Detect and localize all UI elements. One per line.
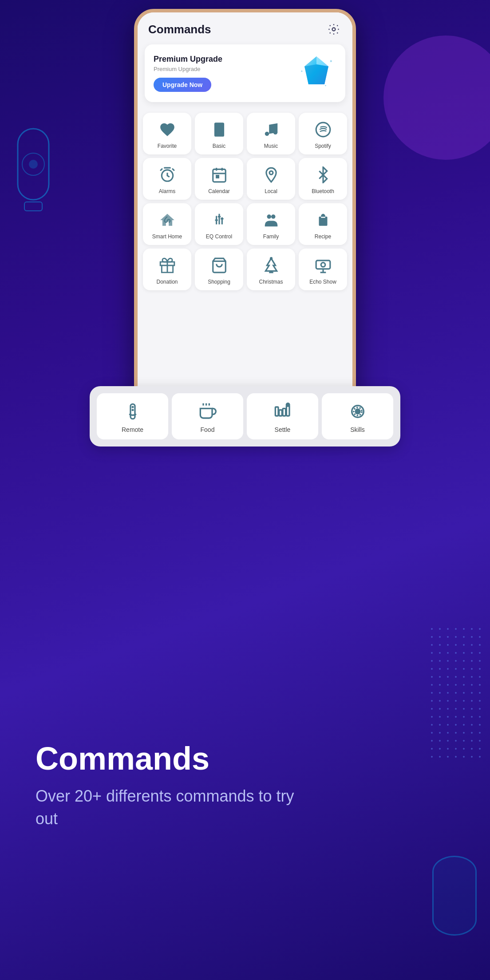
svg-point-34 [270, 258, 272, 259]
svg-point-30 [271, 214, 276, 219]
diamond-icon: ✦ ✦ ✦ [296, 52, 336, 94]
svg-point-49 [286, 403, 289, 407]
cmd-skills-label: Skills [350, 426, 365, 433]
svg-point-14 [273, 130, 277, 135]
commands-grid: Favorite Basic Music [138, 109, 352, 296]
left-decoration [4, 124, 62, 224]
family-icon [261, 210, 281, 230]
svg-rect-48 [286, 406, 289, 416]
cmd-smarthome-label: Smart Home [152, 233, 182, 240]
svg-marker-7 [304, 64, 328, 84]
cmd-shopping[interactable]: Shopping [195, 249, 243, 290]
phone-wrapper: Commands Premium Upgrade Premium Upgrade… [0, 0, 490, 415]
christmas-icon [261, 256, 281, 275]
cmd-echoshow-label: Echo Show [309, 279, 336, 285]
cmd-alarms[interactable]: Alarms [143, 158, 191, 200]
tablet-icon [209, 120, 229, 139]
cmd-echoshow[interactable]: Echo Show [299, 249, 347, 290]
cmd-shopping-label: Shopping [208, 279, 230, 285]
eq-icon [209, 210, 229, 230]
cmd-settle[interactable]: Settle [247, 393, 318, 439]
commands-header: Commands [138, 12, 352, 44]
svg-rect-35 [316, 261, 330, 269]
location-icon [261, 165, 281, 185]
svg-rect-45 [275, 407, 278, 416]
alarm-icon [158, 165, 177, 185]
cmd-christmas[interactable]: Christmas [247, 249, 295, 290]
svg-text:✦: ✦ [324, 84, 327, 87]
svg-point-3 [29, 160, 38, 169]
cmd-local-label: Local [265, 188, 277, 194]
svg-rect-47 [283, 408, 286, 416]
food-icon [198, 401, 218, 422]
bottom-title: Commands [36, 741, 454, 776]
remote-icon [122, 401, 143, 422]
svg-text:✦: ✦ [300, 69, 303, 73]
cmd-music[interactable]: Music [247, 113, 295, 154]
settings-button[interactable] [326, 21, 342, 37]
cmd-food[interactable]: Food [172, 393, 243, 439]
page-title: Commands [148, 23, 211, 36]
cmd-food-label: Food [201, 426, 215, 433]
cmd-eqcontrol-label: EQ Control [206, 233, 232, 240]
svg-point-22 [269, 171, 273, 174]
bottom-description: Over 20+ differents commands to try out [36, 785, 302, 830]
cmd-settle-label: Settle [275, 426, 291, 433]
svg-rect-1 [24, 202, 42, 211]
skills-icon [348, 401, 368, 422]
cmd-basic[interactable]: Basic [195, 113, 243, 154]
cmd-recipe[interactable]: Recipe [299, 203, 347, 245]
cmd-remote-label: Remote [122, 426, 143, 433]
premium-text: Premium Upgrade Premium Upgrade Upgrade … [154, 55, 222, 92]
cmd-christmas-label: Christmas [259, 279, 283, 285]
spotify-icon [313, 120, 333, 139]
cmd-donation[interactable]: Donation [143, 249, 191, 290]
cmd-calendar[interactable]: Calendar [195, 158, 243, 200]
cmd-donation-label: Donation [156, 279, 178, 285]
cmd-calendar-label: Calendar [208, 188, 230, 194]
cmd-music-label: Music [264, 143, 278, 149]
donation-icon [158, 256, 177, 275]
cmd-smarthome[interactable]: Smart Home [143, 203, 191, 245]
recipe-icon [313, 210, 333, 230]
cmd-spotify-label: Spotify [315, 143, 331, 149]
heart-icon [158, 120, 177, 139]
phone-frame: Commands Premium Upgrade Premium Upgrade… [134, 9, 356, 415]
cmd-basic-label: Basic [213, 143, 225, 149]
cmd-favorite[interactable]: Favorite [143, 113, 191, 154]
cmd-recipe-label: Recipe [315, 233, 331, 240]
svg-rect-46 [279, 410, 282, 416]
echoshow-icon [313, 256, 333, 275]
premium-title: Premium Upgrade [154, 55, 222, 64]
svg-rect-11 [214, 122, 224, 137]
shopping-icon [209, 256, 229, 275]
smarthome-icon [158, 210, 177, 230]
calendar-icon [209, 165, 229, 185]
main-layout: Commands Premium Upgrade Premium Upgrade… [0, 0, 490, 980]
svg-rect-21 [216, 176, 218, 178]
svg-point-15 [316, 122, 330, 137]
bluetooth-icon [313, 165, 333, 185]
cmd-alarms-label: Alarms [159, 188, 175, 194]
svg-point-29 [267, 214, 271, 219]
svg-point-38 [321, 263, 325, 267]
cmd-remote[interactable]: Remote [97, 393, 168, 439]
premium-subtitle: Premium Upgrade [154, 66, 222, 72]
svg-point-13 [265, 132, 269, 136]
cmd-eqcontrol[interactable]: EQ Control [195, 203, 243, 245]
cmd-family-label: Family [263, 233, 279, 240]
upgrade-button[interactable]: Upgrade Now [154, 78, 211, 92]
svg-point-51 [356, 409, 360, 414]
svg-text:✦: ✦ [329, 59, 333, 63]
cmd-skills[interactable]: Skills [322, 393, 393, 439]
cmd-bluetooth-label: Bluetooth [312, 188, 334, 194]
music-icon [261, 120, 281, 139]
svg-point-4 [332, 28, 336, 31]
bottom-text-section: Commands Over 20+ differents commands to… [0, 688, 490, 980]
cmd-spotify[interactable]: Spotify [299, 113, 347, 154]
cmd-local[interactable]: Local [247, 158, 295, 200]
settle-icon [273, 401, 293, 422]
cmd-bluetooth[interactable]: Bluetooth [299, 158, 347, 200]
cmd-family[interactable]: Family [247, 203, 295, 245]
phone-screen: Commands Premium Upgrade Premium Upgrade… [138, 12, 352, 412]
